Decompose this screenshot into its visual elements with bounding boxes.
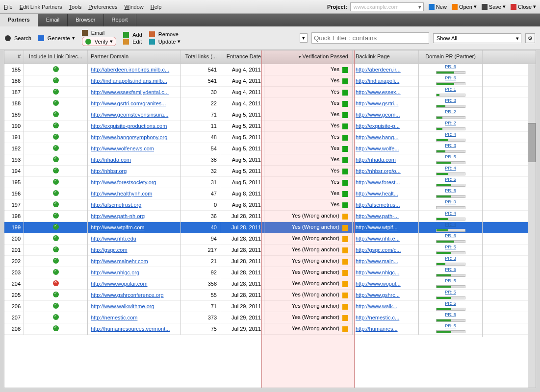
- backlink-link[interactable]: http://www.wtplf...: [356, 224, 398, 230]
- partner-domain-link[interactable]: http://www.gsrtri.com/granites...: [91, 100, 166, 106]
- partner-domain-link[interactable]: http://www.wtplfm.com: [91, 224, 144, 230]
- table-row[interactable]: 187http://www.essexfamilydental.c...30Au…: [4, 87, 536, 98]
- menu-edit[interactable]: Edit Link Partners: [20, 4, 62, 10]
- table-row[interactable]: 197http://afscmetrust.org0Aug 8, 2011Yes…: [4, 199, 536, 211]
- tab-report[interactable]: Report: [104, 14, 136, 26]
- col-include[interactable]: Include In Link Direc...: [24, 50, 88, 64]
- tab-browser[interactable]: Browser: [68, 14, 103, 26]
- partner-domain-link[interactable]: http://www.path-nh.org: [91, 213, 145, 219]
- col-total-links[interactable]: Total links (...: [181, 50, 220, 64]
- backlink-link[interactable]: http://www.nhlgc...: [356, 270, 399, 275]
- table-row[interactable]: 190http://exquisite-productions.com11Aug…: [4, 121, 536, 132]
- partner-domain-link[interactable]: http://exquisite-productions.com: [91, 123, 167, 129]
- pr-label[interactable]: PR: 5: [422, 278, 479, 283]
- backlink-link[interactable]: http://gsqc.com/c...: [356, 247, 401, 253]
- filter-dropdown-icon[interactable]: ▾: [300, 33, 308, 43]
- col-backlink[interactable]: Backlink Page: [353, 50, 419, 64]
- backlink-link[interactable]: http://exquisite-p...: [356, 123, 400, 129]
- pr-label[interactable]: PR: 3: [422, 143, 479, 148]
- scrollbar-thumb[interactable]: [528, 123, 536, 162]
- pr-label[interactable]: PR: 5: [422, 177, 479, 182]
- pr-label[interactable]: PR: 6: [422, 75, 479, 80]
- pr-label[interactable]: PR: 5: [422, 301, 479, 306]
- add-button[interactable]: Add: [123, 32, 142, 38]
- col-number[interactable]: #: [4, 50, 24, 64]
- partner-domain-link[interactable]: http://www.nhlgc.org: [91, 270, 139, 275]
- partner-domain-link[interactable]: http://www.walkwithme.org: [91, 303, 154, 309]
- menu-tools[interactable]: Tools: [69, 4, 82, 10]
- table-row[interactable]: 204http://www.wopular.com358Jul 28, 2011…: [4, 278, 536, 290]
- show-all-dropdown[interactable]: Show All: [433, 33, 521, 43]
- vertical-scrollbar[interactable]: [528, 64, 536, 388]
- table-row[interactable]: 186http://indianapolis.indians.milb...54…: [4, 75, 536, 87]
- pr-label[interactable]: PR: 0: [422, 199, 479, 204]
- backlink-link[interactable]: http://www.essex...: [356, 89, 401, 95]
- remove-button[interactable]: Remove: [149, 31, 180, 37]
- backlink-link[interactable]: http://aberdeen.ir...: [356, 67, 401, 73]
- menu-file[interactable]: FFileile: [4, 4, 13, 10]
- email-button[interactable]: Email: [82, 30, 117, 36]
- backlink-link[interactable]: http://nhbsr.org/o...: [356, 168, 401, 174]
- table-row[interactable]: 199http://www.wtplfm.com40Jul 28, 2011Ye…: [4, 222, 536, 233]
- table-row[interactable]: 207http://nemestic.com373Jul 29, 2011Yes…: [4, 312, 536, 323]
- partner-domain-link[interactable]: http://www.mainehr.com: [91, 258, 148, 264]
- backlink-link[interactable]: http://nhada.com: [356, 157, 396, 163]
- pr-label[interactable]: PR: 2: [422, 109, 479, 114]
- partner-domain-link[interactable]: http://www.healthynh.com: [91, 191, 152, 196]
- partner-domain-link[interactable]: http://www.wolfenews.com: [91, 146, 154, 151]
- col-pr[interactable]: Domain PR (Partner): [419, 50, 483, 64]
- table-row[interactable]: 208http://humanresources.vermont...75Jul…: [4, 323, 536, 335]
- backlink-link[interactable]: http://www.gshrc...: [356, 292, 400, 298]
- partner-domain-link[interactable]: http://www.essexfamilydental.c...: [91, 89, 169, 95]
- table-row[interactable]: 205http://www.gshrconference.org55Jul 28…: [4, 290, 536, 301]
- table-row[interactable]: 200http://www.nhti.edu94Jul 28, 2011Yes …: [4, 233, 536, 245]
- menu-window[interactable]: Window: [125, 4, 144, 10]
- backlink-link[interactable]: http://indianapoli...: [356, 78, 399, 84]
- backlink-link[interactable]: http://humanres...: [356, 326, 398, 332]
- update-button[interactable]: Update ▾: [149, 38, 180, 45]
- partner-domain-link[interactable]: http://nhada.com: [91, 157, 131, 163]
- partner-domain-link[interactable]: http://nemestic.com: [91, 315, 137, 320]
- pr-label[interactable]: PR: 5: [422, 245, 479, 249]
- pr-label[interactable]: PR: 4: [422, 166, 479, 171]
- table-row[interactable]: 198http://www.path-nh.org36Jul 28, 2011Y…: [4, 211, 536, 222]
- pr-label[interactable]: PR: 5: [422, 154, 479, 159]
- pr-label[interactable]: PR: 5: [422, 267, 479, 272]
- open-button[interactable]: Open ▾: [452, 3, 477, 10]
- table-row[interactable]: 192http://www.wolfenews.com54Aug 5, 2011…: [4, 143, 536, 154]
- partner-domain-link[interactable]: http://humanresources.vermont...: [91, 326, 170, 332]
- table-row[interactable]: 206http://www.walkwithme.org71Jul 29, 20…: [4, 301, 536, 312]
- settings-gear-button[interactable]: ⚙: [525, 33, 535, 43]
- backlink-link[interactable]: http://www.wopul...: [356, 281, 401, 287]
- search-button[interactable]: Search: [5, 35, 31, 41]
- table-row[interactable]: 189http://www.geomstevensinsura...71Aug …: [4, 109, 536, 121]
- project-selector[interactable]: www.example.com: [350, 2, 424, 11]
- pr-label[interactable]: PR: 3: [422, 256, 479, 261]
- backlink-link[interactable]: http://www.path-...: [356, 213, 399, 219]
- partner-domain-link[interactable]: http://www.geomstevensinsura...: [91, 112, 168, 118]
- partner-domain-link[interactable]: http://www.nhti.edu: [91, 236, 136, 242]
- partner-domain-link[interactable]: http://indianapolis.indians.milb...: [91, 78, 167, 84]
- pr-label[interactable]: PR: 5: [422, 188, 479, 193]
- generate-button[interactable]: Generate ▾: [38, 35, 75, 41]
- table-row[interactable]: 188http://www.gsrtri.com/granites...22Au…: [4, 98, 536, 109]
- partner-domain-link[interactable]: http://www.bangorsymphony.org: [91, 134, 167, 140]
- col-entrance-date[interactable]: Entrance Date: [220, 50, 264, 64]
- table-row[interactable]: 193http://nhada.com38Aug 5, 2011Yeshttp:…: [4, 154, 536, 166]
- pr-label[interactable]: PR: 6: [422, 233, 479, 238]
- new-button[interactable]: New: [429, 4, 447, 10]
- table-row[interactable]: 202http://www.mainehr.com21Jul 28, 2011Y…: [4, 256, 536, 267]
- tab-email[interactable]: Email: [38, 14, 68, 26]
- pr-label[interactable]: PR: 6: [422, 64, 479, 69]
- backlink-link[interactable]: http://www.gsrtri...: [356, 100, 398, 106]
- backlink-link[interactable]: http://www.bang...: [356, 134, 398, 140]
- col-domain[interactable]: Partner Domain: [88, 50, 181, 64]
- table-row[interactable]: 201http://gsqc.com217Jul 28, 2011Yes (Wr…: [4, 245, 536, 256]
- backlink-link[interactable]: http://www.walk...: [356, 303, 397, 309]
- backlink-link[interactable]: http://nemestic.c...: [356, 315, 399, 320]
- backlink-link[interactable]: http://www.wolfe...: [356, 146, 399, 151]
- pr-label[interactable]: PR: 3: [422, 98, 479, 103]
- menu-preferences[interactable]: Preferences: [88, 4, 117, 10]
- pr-label[interactable]: PR: 4: [422, 211, 479, 216]
- backlink-link[interactable]: http://www.main...: [356, 258, 398, 264]
